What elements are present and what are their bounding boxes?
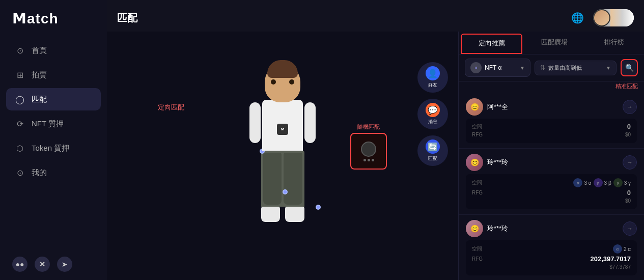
float-dot-4 bbox=[283, 189, 288, 194]
user-name-1: 阿***全 bbox=[487, 102, 619, 111]
entry-row-space-1: 空間 0 bbox=[472, 123, 631, 130]
entry-row-rfg-1: RFG $0 bbox=[472, 132, 631, 137]
match-entry-header-3: 😊 玲***玲 → bbox=[466, 220, 637, 237]
match-entry-header-2: 😊 玲***玲 → bbox=[466, 154, 637, 171]
sidebar-item-home[interactable]: ⊙ 首頁 bbox=[6, 39, 101, 62]
random-match-label: 隨機匹配 bbox=[350, 123, 387, 131]
entry-row-rfg-2: RFG 0 bbox=[472, 189, 631, 197]
space-label-1: 空間 bbox=[472, 123, 482, 130]
home-icon: ⊙ bbox=[14, 45, 25, 56]
char-eyes bbox=[271, 79, 294, 85]
char-hair bbox=[267, 60, 298, 78]
nft-badge-beta: β 3 β bbox=[594, 178, 611, 187]
entry-row-space-3: 空間 α 2 α bbox=[472, 244, 631, 254]
sidebar-item-auction[interactable]: ⊞ 拍賣 bbox=[6, 64, 101, 86]
right-panel: 定向推薦 匹配廣場 排行榜 α NFT α ▼ ⇅ 數量由高到低 ▼ 🔍 bbox=[458, 32, 644, 280]
sidebar-item-label: Token 質押 bbox=[32, 144, 69, 153]
char-eye-left bbox=[271, 79, 276, 85]
match-dot-1 bbox=[363, 159, 366, 161]
random-match-container: 隨機匹配 bbox=[350, 123, 387, 170]
nft-badge-alpha: α 3 α bbox=[573, 178, 591, 187]
nft-select[interactable]: α NFT α ▼ bbox=[465, 59, 530, 77]
sidebar-item-label: 拍賣 bbox=[32, 70, 47, 80]
sort-icon: ⇅ bbox=[540, 64, 545, 71]
match-entry-body-2: 空間 α 3 α β 3 β bbox=[466, 174, 637, 209]
entry-value-1: 0 bbox=[627, 123, 631, 130]
sort-select[interactable]: ⇅ 數量由高到低 ▼ bbox=[535, 61, 617, 75]
match-card-dots bbox=[363, 159, 374, 161]
sidebar-item-label: 首頁 bbox=[32, 46, 47, 55]
char-pants bbox=[261, 151, 304, 207]
entry-value-2: 0 bbox=[627, 189, 631, 197]
dot-indicator bbox=[283, 189, 288, 194]
random-match-card[interactable] bbox=[350, 133, 387, 170]
search-icon: 🔍 bbox=[625, 64, 634, 72]
entry-sub-1: $0 bbox=[625, 132, 631, 137]
match-entry-header: 😊 阿***全 → bbox=[466, 98, 637, 116]
sidebar-item-nft[interactable]: ⟳ NFT 質押 bbox=[6, 113, 101, 135]
nft-badge-gamma: γ 3 γ bbox=[613, 178, 631, 187]
message-button[interactable]: 💬 消息 bbox=[417, 99, 448, 129]
sidebar-item-token[interactable]: ⬡ Token 質押 bbox=[6, 137, 101, 159]
main-content: 匹配 🌐 定向匹配 bbox=[107, 0, 644, 280]
side-actions: 👤 好友 💬 消息 🔄 匹配 bbox=[417, 62, 448, 166]
match-card-avatar bbox=[361, 142, 376, 157]
social-x-icon[interactable]: ✕ bbox=[35, 257, 50, 272]
search-button[interactable]: 🔍 bbox=[621, 59, 638, 76]
badge-avatar-alpha-3: α bbox=[613, 244, 622, 254]
match-entry: 😊 阿***全 → 空間 0 RFG $0 bbox=[459, 93, 644, 149]
sidebar-item-label: 我的 bbox=[32, 168, 47, 178]
badge-label-gamma: 3 γ bbox=[624, 180, 631, 186]
nft-badges-3: α 2 α bbox=[613, 244, 631, 254]
tab-ranking[interactable]: 排行榜 bbox=[584, 32, 644, 54]
match-action-icon: 🔄 bbox=[426, 139, 440, 154]
sort-label: 數量由高到低 bbox=[548, 64, 582, 72]
entry-row-sub-2: $0 bbox=[472, 198, 631, 204]
arrow-button-3[interactable]: → bbox=[623, 221, 637, 236]
precise-match-label: 精准匹配 bbox=[459, 81, 644, 93]
badge-avatar-beta: β bbox=[594, 178, 603, 187]
my-icon: ⊙ bbox=[14, 167, 25, 178]
header-right: 🌐 bbox=[569, 9, 634, 26]
user-name-3: 玲***玲 bbox=[487, 224, 619, 233]
app-logo: 𝗠atch bbox=[0, 0, 107, 39]
friend-icon: 👤 bbox=[426, 66, 440, 80]
header: 匹配 🌐 bbox=[107, 0, 644, 32]
arrow-button-1[interactable]: → bbox=[623, 100, 637, 114]
nft-avatar: α bbox=[470, 62, 482, 73]
character-viewer: 定向匹配 M bbox=[107, 32, 458, 280]
globe-button[interactable]: 🌐 bbox=[569, 9, 586, 26]
tab-market[interactable]: 匹配廣場 bbox=[524, 32, 584, 54]
char-body: M bbox=[262, 100, 303, 151]
badge-label-alpha: 3 α bbox=[584, 180, 591, 186]
entry-row-rfg-3: RFG 202,397.7017 bbox=[472, 255, 631, 263]
match-action-label: 匹配 bbox=[428, 155, 437, 162]
filter-bar: α NFT α ▼ ⇅ 數量由高到低 ▼ 🔍 bbox=[459, 54, 644, 81]
space-label-2: 空間 bbox=[472, 179, 482, 186]
sidebar-item-match[interactable]: ◯ 匹配 bbox=[6, 88, 101, 110]
sidebar-item-my[interactable]: ⊙ 我的 bbox=[6, 161, 101, 184]
match-list: 😊 阿***全 → 空間 0 RFG $0 bbox=[459, 93, 644, 280]
space-label-3: 空間 bbox=[472, 245, 482, 253]
badge-label-beta: 3 β bbox=[604, 180, 611, 186]
sidebar-item-label: NFT 質押 bbox=[32, 119, 64, 129]
friend-button[interactable]: 👤 好友 bbox=[417, 62, 448, 93]
rfg-label-2: RFG bbox=[472, 190, 483, 195]
sidebar-footer: ●● ✕ ➤ bbox=[0, 250, 107, 272]
message-label: 消息 bbox=[428, 119, 437, 125]
tab-directed[interactable]: 定向推薦 bbox=[461, 34, 522, 54]
char-arm-right bbox=[304, 102, 316, 143]
user-avatar-bar[interactable] bbox=[593, 9, 634, 26]
badge-avatar-gamma: γ bbox=[613, 178, 623, 187]
match-action-button[interactable]: 🔄 匹配 bbox=[417, 135, 448, 166]
auction-icon: ⊞ bbox=[14, 69, 25, 80]
nft-chevron-icon: ▼ bbox=[520, 65, 525, 71]
social-discord-icon[interactable]: ●● bbox=[12, 257, 27, 272]
social-telegram-icon[interactable]: ➤ bbox=[57, 257, 72, 272]
sidebar-nav: ⊙ 首頁 ⊞ 拍賣 ◯ 匹配 ⟳ NFT 質押 ⬡ Token 質押 ⊙ 我的 bbox=[0, 39, 107, 250]
message-icon: 💬 bbox=[426, 103, 440, 117]
match-dot-2 bbox=[368, 159, 370, 161]
entry-sub-3: $77.3787 bbox=[609, 264, 631, 270]
entry-sub-2: $0 bbox=[625, 198, 631, 204]
arrow-button-2[interactable]: → bbox=[623, 155, 637, 170]
